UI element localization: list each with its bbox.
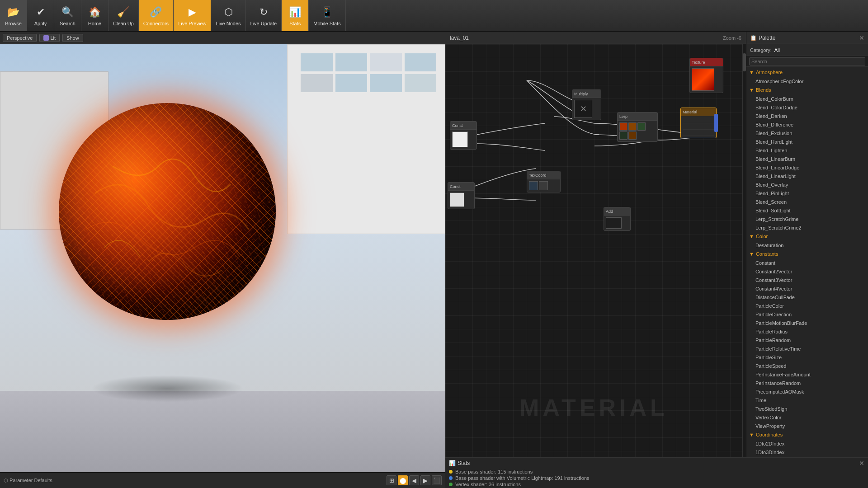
palette-close-btn[interactable]: ✕	[859, 34, 864, 42]
palette-item-perinstancefadeamount[interactable]: PerInstanceFadeAmount	[746, 370, 868, 379]
node-bottom-right[interactable]: Add	[604, 207, 631, 231]
palette-item-perinstancerandom[interactable]: PerInstanceRandom	[746, 379, 868, 387]
toolbar-label-cleanup: Clean Up	[113, 21, 134, 26]
node-editor: lava_01 Zoom -6 MATERIAL	[445, 32, 746, 457]
toolbar-label-apply: Apply	[34, 21, 47, 26]
perspective-button[interactable]: Perspective	[3, 34, 37, 42]
node-texture-red[interactable]: Texture	[689, 58, 723, 93]
palette-item-atmosphericfogcolor[interactable]: AtmosphericFogColor	[746, 77, 868, 85]
node-white-left-body	[450, 130, 476, 149]
palette-cat-atmosphere[interactable]: ▼Atmosphere	[746, 68, 868, 77]
palette-item-blend-lighten[interactable]: Blend_Lighten	[746, 146, 868, 155]
palette-cat-color[interactable]: ▼Color	[746, 232, 868, 241]
toolbar-btn-liveupdate[interactable]: ↻Live Update	[246, 0, 282, 31]
toolbar-btn-connectors[interactable]: 🔗Connectors	[139, 0, 174, 31]
palette-item-particleradius[interactable]: ParticleRadius	[746, 327, 868, 336]
vp-btn-circle[interactable]: ⬤	[398, 475, 408, 485]
toolbar-btn-cleanup[interactable]: 🧹Clean Up	[108, 0, 139, 31]
main-area: Perspective Lit Show	[0, 32, 868, 488]
palette-item-blend-difference[interactable]: Blend_Difference	[746, 120, 868, 129]
palette-item-desaturation[interactable]: Desaturation	[746, 241, 868, 249]
palette-cat-coordinates[interactable]: ▼Coordinates	[746, 430, 868, 439]
node-bottom-center[interactable]: TexCoord	[527, 171, 561, 192]
palette-item-particlerandom[interactable]: ParticleRandom	[746, 336, 868, 344]
palette-item-1dto2dindex[interactable]: 1Dto2DIndex	[746, 439, 868, 448]
palette-item-viewproperty[interactable]: ViewProperty	[746, 422, 868, 430]
vp-btn-arrow-left[interactable]: ◀	[409, 475, 419, 485]
viewport-bottom: ⬡ Parameter Defaults ⊞ ⬤ ◀ ▶ ⬛	[0, 472, 445, 488]
palette-category-value[interactable]: All	[774, 47, 780, 53]
palette-item-blend-colordodge[interactable]: Blend_ColorDodge	[746, 103, 868, 112]
node-editor-body: MATERIAL	[445, 44, 746, 457]
vp-btn-expand[interactable]: ⬛	[432, 475, 442, 485]
node-center[interactable]: Lerp	[617, 112, 658, 142]
palette-item-blend-overlay[interactable]: Blend_Overlay	[746, 180, 868, 189]
palette-item-constant2vector[interactable]: Constant2Vector	[746, 267, 868, 276]
toolbar-btn-stats[interactable]: 📊Stats	[282, 0, 309, 31]
toolbar-btn-livenodes[interactable]: ⬡Live Nodes	[211, 0, 245, 31]
toolbar-btn-home[interactable]: 🏠Home	[81, 0, 108, 31]
palette-item-blend-pinlight[interactable]: Blend_PinLight	[746, 189, 868, 197]
palette-item-blend-screen[interactable]: Blend_Screen	[746, 197, 868, 206]
palette-item-particlemotionblurfade[interactable]: ParticleMotionBlurFade	[746, 319, 868, 327]
palette-item-lerp-scratchgrime2[interactable]: Lerp_ScratchGrime2	[746, 223, 868, 232]
palette-item-precomputedaomask[interactable]: PrecomputedAOMask	[746, 387, 868, 396]
toolbar-icon-browse: 📂	[6, 5, 21, 19]
node-center-d	[619, 131, 627, 140]
palette-item-particlecolor[interactable]: ParticleColor	[746, 301, 868, 310]
node-white-left[interactable]: Const	[450, 121, 477, 150]
toolbar-btn-browse[interactable]: 📂Browse	[0, 0, 27, 31]
palette-item-blend-linearburn[interactable]: Blend_LinearBurn	[746, 155, 868, 163]
stats-close-btn[interactable]: ✕	[859, 460, 864, 467]
stat-item: Base pass shader with Volumetric Lightma…	[449, 475, 864, 481]
node-canvas[interactable]: MATERIAL	[445, 44, 742, 457]
palette-item-time[interactable]: Time	[746, 396, 868, 404]
toolbar-btn-mobilestats[interactable]: 📱Mobile Stats	[309, 0, 346, 31]
palette-item-blend-linearlight[interactable]: Blend_LinearLight	[746, 172, 868, 180]
node-scrollbar[interactable]	[742, 44, 746, 457]
palette-item-vertexcolor[interactable]: VertexColor	[746, 413, 868, 422]
lit-button[interactable]: Lit	[39, 34, 60, 42]
palette-item-lerp-scratchgrime[interactable]: Lerp_ScratchGrime	[746, 215, 868, 223]
palette-item-blend-lineardodge[interactable]: Blend_LinearDodge	[746, 163, 868, 172]
node-bottom-center-header: TexCoord	[527, 171, 560, 179]
palette-cat-blends[interactable]: ▼Blends	[746, 85, 868, 94]
toolbar-icon-apply: ✔	[33, 5, 48, 19]
node-editor-header: lava_01 Zoom -6	[445, 32, 746, 44]
node-white-small[interactable]: Const	[448, 182, 475, 209]
node-output-slot-1	[683, 118, 714, 123]
palette-item-constant4vector[interactable]: Constant4Vector	[746, 284, 868, 293]
palette-item-particlesize[interactable]: ParticleSize	[746, 353, 868, 361]
palette-item-blend-colorburn[interactable]: Blend_ColorBurn	[746, 94, 868, 103]
show-button[interactable]: Show	[62, 34, 83, 42]
palette-item-blend-softlight[interactable]: Blend_SoftLight	[746, 206, 868, 215]
toolbar-btn-search[interactable]: 🔍Search	[54, 0, 81, 31]
palette-item-blend-darken[interactable]: Blend_Darken	[746, 112, 868, 120]
stat-text: Vertex shader: 36 instructions	[455, 482, 521, 487]
toolbar-label-liveupdate: Live Update	[250, 21, 277, 26]
viewport-canvas	[0, 44, 445, 472]
vp-btn-grid[interactable]: ⊞	[387, 475, 396, 485]
node-multiply[interactable]: Multiply ✕	[572, 89, 601, 120]
palette-item-particledirection[interactable]: ParticleDirection	[746, 310, 868, 319]
palette-cat-arrow: ▼	[749, 251, 754, 257]
node-material-output[interactable]: Material	[680, 108, 717, 138]
node-editor-title: lava_01	[450, 35, 469, 41]
palette-item-blend-exclusion[interactable]: Blend_Exclusion	[746, 129, 868, 137]
palette-item-distancecullfade[interactable]: DistanceCullFade	[746, 293, 868, 301]
scroll-handle[interactable]	[743, 53, 746, 71]
palette-cat-constants[interactable]: ▼Constants	[746, 249, 868, 258]
palette-item-constant3vector[interactable]: Constant3Vector	[746, 276, 868, 284]
palette-item-constant[interactable]: Constant	[746, 258, 868, 267]
palette-item-particlerelativetime[interactable]: ParticleRelativeTime	[746, 344, 868, 353]
node-center-header: Lerp	[618, 113, 657, 121]
palette-item-particlespeed[interactable]: ParticleSpeed	[746, 361, 868, 370]
palette-item-twosidedsign[interactable]: TwoSidedSign	[746, 404, 868, 413]
vp-btn-arrow-right[interactable]: ▶	[420, 475, 430, 485]
palette-item-blend-hardlight[interactable]: Blend_HardLight	[746, 137, 868, 146]
stat-text: Base pass shader with Volumetric Lightma…	[455, 475, 590, 481]
toolbar-btn-livepreview[interactable]: ▶Live Preview	[174, 0, 211, 31]
palette-item-1dto3dindex[interactable]: 1Dto3DIndex	[746, 448, 868, 456]
toolbar-btn-apply[interactable]: ✔Apply	[27, 0, 54, 31]
palette-search-input[interactable]	[749, 57, 865, 66]
